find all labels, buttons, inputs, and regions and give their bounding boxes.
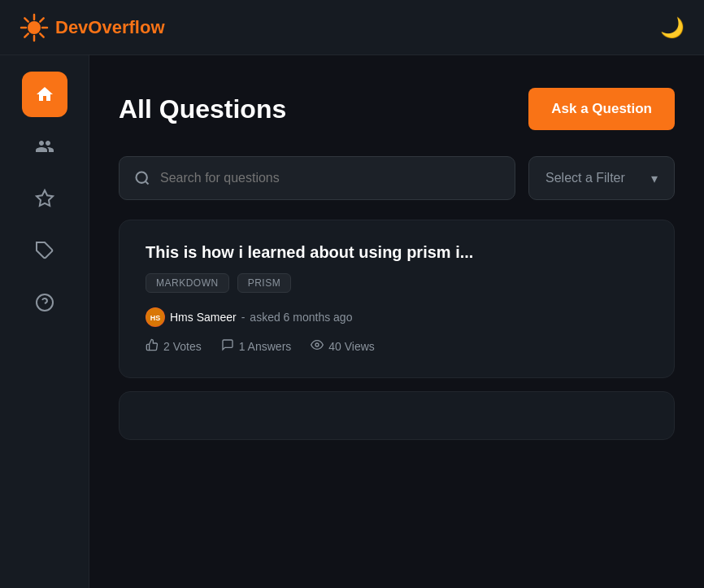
question-meta: HS Hms Sameer - asked 6 months ago <box>146 307 648 327</box>
svg-point-13 <box>137 172 147 183</box>
page-header: All Questions Ask a Question <box>119 88 675 130</box>
votes-stat: 2 Votes <box>146 338 202 355</box>
views-count: 40 Views <box>328 340 375 353</box>
tag-prism[interactable]: PRISM <box>237 273 292 293</box>
question-card-partial <box>119 391 675 440</box>
svg-line-6 <box>40 33 43 37</box>
filter-label: Select a Filter <box>545 171 641 185</box>
search-icon <box>134 170 150 186</box>
answers-stat: 1 Answers <box>221 338 292 355</box>
sidebar-item-home[interactable] <box>22 72 67 117</box>
svg-line-14 <box>146 181 149 185</box>
tag-icon <box>35 241 54 260</box>
community-icon <box>35 137 54 156</box>
author-name: Hms Sameer <box>170 311 237 324</box>
logo: DevOverflow <box>20 13 165 42</box>
filter-dropdown[interactable]: Select a Filter ▾ <box>528 156 675 200</box>
page-title: All Questions <box>119 94 286 124</box>
sidebar-item-starred[interactable] <box>22 176 67 221</box>
home-icon <box>35 85 54 104</box>
search-box <box>119 156 515 200</box>
logo-text-plain: Dev <box>55 17 88 37</box>
votes-count: 2 Votes <box>163 340 202 353</box>
svg-line-7 <box>40 18 43 21</box>
comment-icon <box>221 338 234 355</box>
star-icon <box>35 189 54 208</box>
avatar-image: HS <box>146 308 164 326</box>
sidebar-item-help[interactable] <box>22 280 67 325</box>
search-filter-row: Select a Filter ▾ <box>119 156 675 200</box>
tag-markdown[interactable]: MARKDOWN <box>146 273 229 293</box>
search-input[interactable] <box>160 171 500 185</box>
question-tags: MARKDOWN PRISM <box>146 273 648 293</box>
sidebar <box>0 55 89 588</box>
svg-line-5 <box>24 18 28 21</box>
avatar: HS <box>146 307 165 327</box>
views-stat: 40 Views <box>311 338 375 355</box>
ask-question-button[interactable]: Ask a Question <box>528 88 675 130</box>
eye-icon <box>311 338 324 355</box>
svg-point-0 <box>28 21 41 34</box>
svg-point-17 <box>315 343 319 346</box>
help-icon <box>35 293 54 312</box>
logo-icon <box>20 13 49 42</box>
logo-text: DevOverflow <box>55 17 165 38</box>
question-title: This is how i learned about using prism … <box>146 243 648 262</box>
svg-line-8 <box>24 33 28 37</box>
main-content: All Questions Ask a Question Select a Fi… <box>89 55 704 588</box>
logo-text-colored: Overflow <box>88 17 164 37</box>
question-time: - <box>241 311 246 324</box>
chevron-down-icon: ▾ <box>651 171 658 186</box>
moon-icon[interactable]: 🌙 <box>660 16 684 39</box>
question-card[interactable]: This is how i learned about using prism … <box>119 220 675 378</box>
svg-marker-9 <box>37 190 53 206</box>
sidebar-item-community[interactable] <box>22 124 67 169</box>
layout: All Questions Ask a Question Select a Fi… <box>0 55 704 588</box>
svg-text:HS: HS <box>150 314 161 322</box>
thumbs-up-icon <box>146 338 159 355</box>
answers-count: 1 Answers <box>239 340 292 353</box>
header: DevOverflow 🌙 <box>0 0 704 55</box>
question-asked-time: asked 6 months ago <box>250 311 352 324</box>
sidebar-item-tags[interactable] <box>22 228 67 273</box>
question-stats: 2 Votes 1 Answers <box>146 338 648 355</box>
